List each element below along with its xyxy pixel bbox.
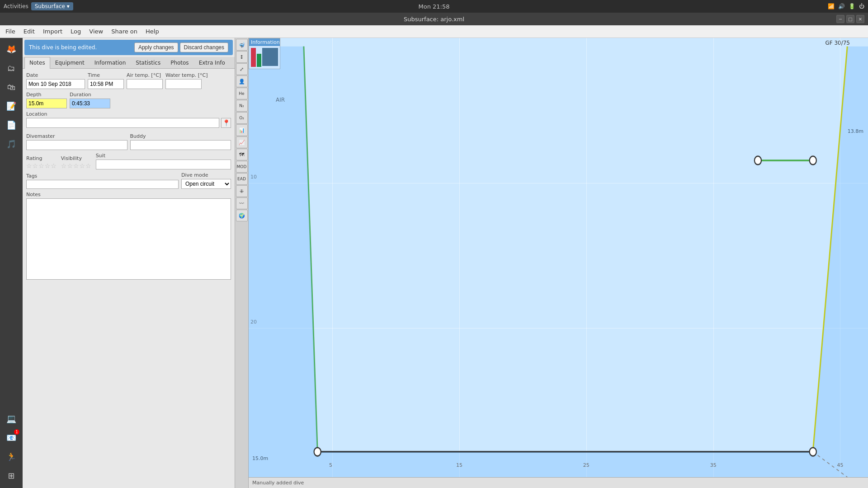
menu-file[interactable]: File — [2, 27, 19, 36]
location-row: 📍 — [26, 118, 231, 128]
toolbar-dive-icon[interactable]: 🤿 — [236, 39, 248, 51]
menu-share-on[interactable]: Share on — [108, 27, 141, 36]
duration-input[interactable] — [70, 99, 110, 108]
sidebar-apps-grid-icon[interactable]: ⊞ — [2, 466, 20, 484]
time-label-15: 15 — [456, 462, 462, 468]
battery-icon: 🔋 — [849, 3, 855, 9]
titlebar: Subsurface: arjo.xml ─ □ ✕ — [0, 13, 868, 25]
divemaster-group: Divemaster — [26, 133, 127, 150]
star-5[interactable]: ☆ — [51, 162, 57, 169]
maximize-button[interactable]: □ — [846, 15, 854, 23]
sidebar-notes-icon[interactable]: 📝 — [2, 97, 20, 115]
star-1[interactable]: ☆ — [26, 162, 32, 169]
star-2[interactable]: ☆ — [33, 162, 38, 169]
menu-edit[interactable]: Edit — [20, 27, 38, 36]
date-input[interactable] — [26, 79, 85, 89]
topbar-right: 📶 🔊 🔋 ⏻ — [828, 3, 864, 9]
sidebar-runner-icon[interactable]: 🏃 — [2, 447, 20, 465]
app-title[interactable]: Subsurface ▾ — [31, 2, 73, 10]
time-label-25: 25 — [583, 462, 590, 468]
toolbar-person-icon[interactable]: 👤 — [236, 75, 248, 87]
depth-input[interactable] — [26, 99, 67, 108]
star-3[interactable]: ☆ — [38, 162, 44, 169]
watertemp-label: Water temp. [°C] — [165, 72, 208, 78]
rating-stars[interactable]: ☆ ☆ ☆ ☆ ☆ — [26, 162, 57, 169]
close-button[interactable]: ✕ — [856, 15, 864, 23]
activities-button[interactable]: Activities — [4, 3, 28, 9]
airtemp-label: Air temp. [°C] — [127, 72, 163, 78]
time-input[interactable] — [88, 79, 124, 89]
star-4[interactable]: ☆ — [45, 162, 51, 169]
toolbar-o2-icon[interactable]: O₂ — [236, 112, 248, 124]
toolbar-n2-icon[interactable]: N₂ — [236, 100, 248, 112]
buddy-group: Buddy — [130, 133, 231, 150]
vis-star-4[interactable]: ☆ — [80, 162, 85, 169]
minimize-button[interactable]: ─ — [836, 15, 844, 23]
toolbar-mod-icon[interactable]: MOD — [236, 161, 248, 173]
toolbar-trend-icon[interactable]: 📈 — [236, 136, 248, 148]
vis-star-3[interactable]: ☆ — [73, 162, 79, 169]
power-icon[interactable]: ⏻ — [859, 3, 864, 9]
main-layout: 🦊 🗂 🛍 📝 📄 🎵 💻 📧 1 🏃 ⊞ This dive is being… — [0, 38, 868, 488]
time-label-5: 5 — [329, 462, 332, 468]
toolbar-resize-icon[interactable]: ⤢ — [236, 63, 248, 75]
notes-section: Notes — [26, 192, 231, 280]
notes-textarea[interactable] — [26, 198, 231, 280]
sidebar-docs-icon[interactable]: 📄 — [2, 116, 20, 134]
sidebar-firefox-icon[interactable]: 🦊 — [2, 40, 20, 58]
suit-input[interactable] — [96, 160, 231, 169]
location-input[interactable] — [26, 118, 219, 128]
tab-equipment[interactable]: Equipment — [50, 57, 90, 68]
dive-mode-group: Dive mode Open circuit — [181, 172, 231, 189]
watertemp-input[interactable] — [165, 79, 202, 89]
vis-star-1[interactable]: ☆ — [61, 162, 67, 169]
tab-bar: Notes Equipment Information Statistics P… — [23, 57, 235, 69]
toolbar-arrow-icon[interactable]: ↕ — [236, 51, 248, 63]
sidebar-apps-icon[interactable]: 🛍 — [2, 78, 20, 96]
tab-extra-info[interactable]: Extra Info — [194, 57, 230, 68]
tab-information[interactable]: Information — [90, 57, 131, 68]
toolbar-ead-icon[interactable]: EAD — [236, 173, 248, 185]
discard-changes-button[interactable]: Discard changes — [180, 42, 228, 52]
vis-star-2[interactable]: ☆ — [67, 162, 73, 169]
menu-help[interactable]: Help — [142, 27, 163, 36]
toolbar-map2-icon[interactable]: 🗺 — [236, 149, 248, 160]
toolbar-he-icon[interactable]: He — [236, 88, 248, 99]
dive-mode-select[interactable]: Open circuit — [181, 179, 231, 189]
menu-import[interactable]: Import — [39, 27, 66, 36]
location-label: Location — [26, 111, 231, 117]
date-label: Date — [26, 72, 85, 78]
tab-photos[interactable]: Photos — [165, 57, 193, 68]
svg-point-5 — [810, 448, 816, 456]
topbar: Activities Subsurface ▾ Mon 21:58 📶 🔊 🔋 … — [0, 0, 868, 13]
vis-star-5[interactable]: ☆ — [85, 162, 91, 169]
svg-point-2 — [755, 156, 761, 165]
edit-notice-text: This dive is being edited. — [29, 44, 97, 51]
sidebar-files-icon[interactable]: 🗂 — [2, 59, 20, 77]
toolbar-path-icon[interactable]: 〰 — [236, 197, 248, 209]
apply-changes-button[interactable]: Apply changes — [134, 42, 178, 52]
visibility-stars[interactable]: ☆ ☆ ☆ ☆ ☆ — [61, 162, 91, 169]
time-group: Time — [88, 72, 124, 89]
airtemp-input[interactable] — [127, 79, 163, 89]
sidebar-mail-icon[interactable]: 📧 1 — [2, 428, 20, 446]
toolbar-graph-icon[interactable]: 📊 — [236, 124, 248, 136]
menu-view[interactable]: View — [85, 27, 107, 36]
sidebar-spotify-icon[interactable]: 🎵 — [2, 135, 20, 153]
svg-point-3 — [810, 156, 816, 165]
divemaster-input[interactable] — [26, 140, 127, 150]
tab-notes[interactable]: Notes — [24, 57, 50, 69]
sidebar-terminal-icon[interactable]: 💻 — [2, 409, 20, 427]
tab-statistics[interactable]: Statistics — [131, 57, 165, 68]
menu-log[interactable]: Log — [67, 27, 85, 36]
divemaster-buddy-row: Divemaster Buddy — [26, 133, 231, 150]
tags-input[interactable] — [26, 180, 179, 189]
toolbar-scatter-icon[interactable]: ⁜ — [236, 185, 248, 197]
buddy-input[interactable] — [130, 140, 231, 150]
rating-visibility-suit-row: Rating ☆ ☆ ☆ ☆ ☆ Visibility ☆ ☆ ☆ — [26, 153, 231, 169]
depth-group: Depth — [26, 92, 67, 108]
menubar: File Edit Import Log View Share on Help — [0, 25, 868, 38]
location-pin-button[interactable]: 📍 — [221, 118, 231, 128]
sound-icon: 🔊 — [838, 3, 845, 9]
toolbar-world-icon[interactable]: 🌍 — [236, 210, 248, 221]
